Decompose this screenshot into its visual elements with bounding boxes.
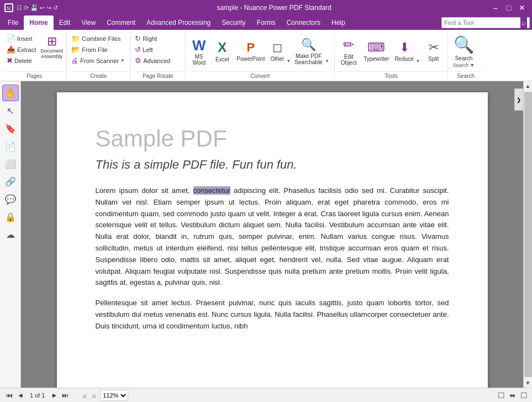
prev-page-button[interactable]: ◄ <box>15 390 25 400</box>
link-tool-button[interactable]: 🔗 <box>2 173 19 190</box>
zoom-in-button[interactable]: ⌕ <box>91 390 98 400</box>
menu-edit[interactable]: Edit <box>54 15 76 30</box>
from-scanner-button[interactable]: 🖨 From Scanner ▼ <box>69 55 128 66</box>
document-assembly-icon: ⊞ <box>47 34 57 49</box>
reduce-arrow[interactable]: ▼ <box>416 33 421 69</box>
extract-label: Extract <box>17 46 36 53</box>
tools-group-label: Tools <box>337 71 445 81</box>
find-tool-button[interactable]: ⌕ <box>520 17 527 28</box>
ms-word-button[interactable]: W MSWord <box>188 33 210 70</box>
menu-help[interactable]: Help <box>326 15 351 30</box>
powerpoint-icon: P <box>246 40 255 55</box>
edit-object-label: EditObject <box>341 54 357 66</box>
current-page: 1 <box>30 392 33 399</box>
scroll-up-button[interactable]: ▲ <box>524 81 532 91</box>
menu-connectors[interactable]: Connectors <box>281 15 326 30</box>
edit-object-icon: ✏ <box>343 37 354 53</box>
excel-button[interactable]: X Excel <box>211 33 233 69</box>
zoom-out-button[interactable]: ⌕ <box>81 390 88 400</box>
secure-tool-button[interactable]: 🔒 <box>2 208 19 225</box>
first-page-button[interactable]: ⏮ <box>4 390 14 400</box>
reduce-button[interactable]: ⬇ Reduce <box>392 33 415 69</box>
comment-tool-button[interactable]: 💬 <box>2 191 19 207</box>
select-tool-button[interactable]: ↖ <box>2 102 19 119</box>
reduce-icon: ⬇ <box>399 40 409 55</box>
powerpoint-label: PowerPoint <box>236 56 265 62</box>
find-tool-box[interactable]: ⌕ <box>441 17 530 28</box>
close-button[interactable]: ✕ <box>517 2 528 13</box>
powerpoint-button[interactable]: P PowerPoint <box>234 33 267 69</box>
hand-tool-button[interactable]: ✋ <box>2 85 19 101</box>
rotate-left-button[interactable]: ↺ Left <box>133 44 183 55</box>
minimize-button[interactable]: – <box>490 2 501 13</box>
menu-home[interactable]: Home <box>24 15 53 30</box>
main-area: ✋ ↖ 🔖 📄 ⬜ 🔗 💬 🔒 ☁ ❯ Sample PDF This is a… <box>0 81 532 388</box>
other-button[interactable]: ◻ Other <box>268 33 286 69</box>
menu-security[interactable]: Security <box>216 15 251 30</box>
find-tool-input[interactable] <box>444 19 520 26</box>
last-page-button[interactable]: ⏭ <box>60 390 70 400</box>
window-controls[interactable]: – □ ✕ <box>490 2 528 13</box>
stamp-tool-button[interactable]: ⬜ <box>2 155 19 172</box>
app-icon: N <box>4 3 13 12</box>
document-assembly-btn[interactable]: ⊞ DocumentAssembly <box>39 33 64 61</box>
ribbon-group-create: 📁 Combine Files 📂 From File 🖨 From Scann… <box>67 32 130 81</box>
pdf-page: Sample PDF This is a simple PDF file. Fu… <box>57 92 488 388</box>
ribbon-group-convert: W MSWord X Excel P PowerPoint ◻ <box>186 32 335 81</box>
svg-text:N: N <box>7 6 10 11</box>
maximize-button[interactable]: □ <box>503 2 514 13</box>
zoom-select[interactable]: 50% 75% 100% 112% 125% 150% 200% <box>100 390 128 401</box>
delete-button[interactable]: ✖ Delete <box>4 55 38 66</box>
search-icon: 🔍 <box>454 35 474 54</box>
menu-comment[interactable]: Comment <box>101 15 141 30</box>
ms-word-main[interactable]: W MSWord <box>188 34 209 70</box>
next-page-button[interactable]: ► <box>49 390 59 400</box>
total-pages: 1 <box>41 392 45 399</box>
menu-file[interactable]: File <box>2 15 24 30</box>
rotate-right-button[interactable]: ↻ Right <box>133 33 183 44</box>
rotate-right-label: Right <box>143 35 157 42</box>
search-dropdown[interactable]: Search ▼ <box>453 62 475 68</box>
rotate-advanced-button[interactable]: ⚙ Advanced <box>133 55 183 66</box>
make-pdf-searchable-arrow[interactable]: ▼ <box>325 33 330 69</box>
rotate-vert-btns: ↻ Right ↺ Left ⚙ Advanced <box>133 33 183 66</box>
page-tool-button[interactable]: 📄 <box>2 138 19 154</box>
insert-button[interactable]: 📄 Insert <box>4 33 38 44</box>
menu-forms[interactable]: Forms <box>251 15 281 30</box>
right-scrollbar[interactable]: ▲ ▼ <box>523 81 532 388</box>
marker-tool-button[interactable]: 🔖 <box>2 120 19 137</box>
delete-label: Delete <box>14 58 32 64</box>
menu-advanced[interactable]: Advanced Processing <box>141 15 216 30</box>
typewriter-button[interactable]: ⌨ Typewriter <box>361 33 391 69</box>
from-file-button[interactable]: 📂 From File <box>69 44 128 55</box>
rotate-advanced-icon: ⚙ <box>135 56 141 65</box>
extract-button[interactable]: 📤 Extract <box>4 44 38 55</box>
document-area[interactable]: ❯ Sample PDF This is a simple PDF file. … <box>21 81 523 388</box>
scroll-down-button[interactable]: ▼ <box>524 378 532 388</box>
other-btn-group: ◻ Other ▼ <box>268 33 291 69</box>
cloud-tool-button[interactable]: ☁ <box>2 226 19 243</box>
search-button[interactable]: 🔍 Search Search ▼ <box>450 33 477 69</box>
pdf-title: Sample PDF <box>96 126 449 152</box>
fit-width-button[interactable]: ⬌ <box>509 391 516 400</box>
search-dropdown-arrow: ▼ <box>470 62 475 68</box>
combine-files-button[interactable]: 📁 Combine Files <box>69 33 128 44</box>
split-label: Split <box>428 56 439 62</box>
paragraph-1: Lorem ipsum dolor sit amet, consectetur … <box>96 185 449 289</box>
scroll-thumb[interactable] <box>524 92 532 377</box>
edit-object-button[interactable]: ✏ EditObject <box>337 33 360 69</box>
ms-word-label: MSWord <box>192 54 206 66</box>
status-right: ☐ ⬌ ☐ <box>498 391 528 400</box>
collapse-panel-button[interactable]: ❯ <box>514 88 523 111</box>
split-button[interactable]: ✂ Split <box>422 33 445 69</box>
other-label: Other <box>270 56 284 62</box>
rotate-left-label: Left <box>143 46 152 53</box>
view-options-button[interactable]: ☐ <box>520 391 528 400</box>
delete-icon: ✖ <box>7 56 13 65</box>
menu-view[interactable]: View <box>76 15 101 30</box>
make-pdf-searchable-button[interactable]: 🔍 Make PDFSearchable <box>292 33 325 69</box>
from-file-label: From File <box>82 46 107 53</box>
fit-page-button[interactable]: ☐ <box>498 391 505 400</box>
reduce-btn-group: ⬇ Reduce ▼ <box>392 33 420 69</box>
other-dropdown-arrow[interactable]: ▼ <box>286 33 291 69</box>
